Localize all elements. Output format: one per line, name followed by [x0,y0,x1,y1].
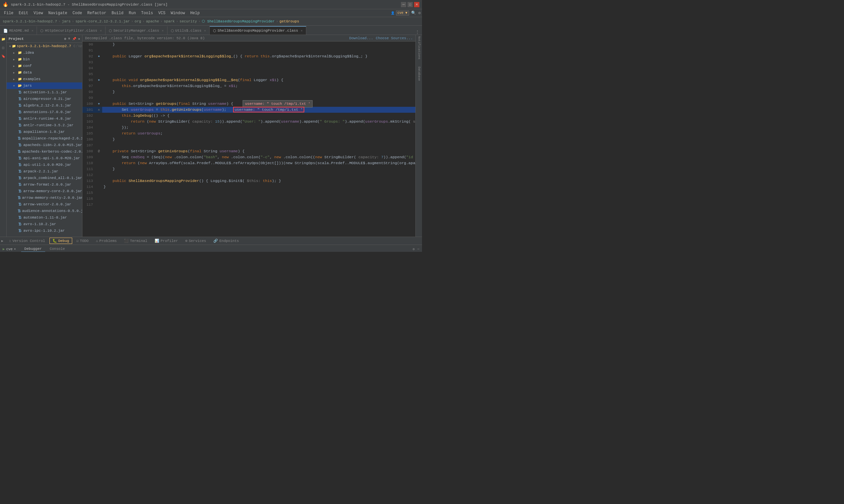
download-link[interactable]: Download... [349,36,373,40]
tab-problems[interactable]: ⚠ Problems [93,238,120,244]
breadcrumb-spark[interactable]: spark [164,19,175,23]
tab-close-securitymanager[interactable]: ✕ [162,29,164,33]
project-collapse[interactable]: ≡ [68,37,70,40]
debug-minimize[interactable]: — [417,247,419,251]
tab-todo[interactable]: ☑ TODO [73,238,92,244]
breadcrumb-security[interactable]: security [180,19,197,23]
tree-audience[interactable]: 🗜 audience-annotations-0.5.0.jar [6,208,82,214]
tab-readme[interactable]: 📄 README.md ✕ [0,26,37,35]
debug-settings[interactable]: ⚙ [413,247,415,251]
debug-close[interactable]: ✕ [14,247,16,251]
tab-profiler[interactable]: 📊 Profiler [152,238,181,244]
breadcrumb-jar[interactable]: spark-core_2.12-3.2.1.jar [75,19,130,23]
tree-antlr4[interactable]: 🗜 antlr4-runtime-4.8.jar [6,115,82,122]
tab-debug[interactable]: 🐛 Debug [50,238,72,244]
tree-arpack[interactable]: 🗜 arpack-2.2.1.jar [6,168,82,175]
tree-algebra[interactable]: 🗜 algebra_2.12-2.0.1.jar [6,102,82,109]
tree-apacheds-i18n[interactable]: 🗜 apacheds-i18n-2.0.0-M15.jar [6,142,82,148]
tab-version-control[interactable]: ↕ Version Control [6,238,48,244]
tree-aopalliance-rep[interactable]: 🗜 aopalliance-repackaged-2.6.1.jar [6,135,82,142]
tab-terminal[interactable]: ⬛ Terminal [121,238,150,244]
tree-data[interactable]: ▶ 📁 data [6,69,82,76]
bookmarks-icon[interactable]: 🔖 [0,53,6,59]
avatar-icon[interactable]: 👤 [391,11,395,15]
breadcrumb-apache[interactable]: apache [146,19,159,23]
tree-idea[interactable]: ▶ 📁 .idea [6,50,82,56]
tab-close-utils[interactable]: ✕ [204,29,206,33]
project-close[interactable]: ✕ [78,37,80,41]
code-editor-area: Decompiled .class file, bytecode version… [83,35,415,237]
debug-session-name: cve [6,247,13,251]
database-icon[interactable]: Database [416,64,422,84]
maximize-button[interactable]: □ [408,2,413,7]
breadcrumb-class[interactable]: ⬡ ShellBasedGroupsMappingProvider [202,19,275,23]
tree-annotations[interactable]: 🗜 annotations-17.0.0.jar [6,109,82,115]
minimize-button[interactable]: ─ [401,2,406,7]
tree-arrow-memory-netty[interactable]: 🗜 arrow-memory-netty-2.0.0.jar [6,195,82,201]
tab-close-readme[interactable]: ✕ [31,29,33,33]
breadcrumb-root[interactable]: spark-3.2.1-bin-hadoop2.7 [3,19,57,23]
tree-automaton[interactable]: 🗜 automaton-1.11-8.jar [6,214,82,221]
choose-sources-link[interactable]: Choose Sources... [376,36,413,40]
title-bar: 🔥 spark-3.2.1-bin-hadoop2.7 - ShellBased… [0,0,422,9]
breadcrumb-method[interactable]: getGroups [280,19,299,23]
tree-avro[interactable]: 🗜 avro-1.10.2.jar [6,221,82,228]
tree-avro-ipc[interactable]: 🗜 avro-ipc-1.10.2.jar [6,228,82,234]
tab-close-httpsecurity[interactable]: ✕ [100,29,102,33]
tree-examples[interactable]: ▶ 📁 examples [6,76,82,83]
tree-jars[interactable]: ▼ 📂 jars [6,83,82,89]
menu-view[interactable]: View [31,10,46,16]
tab-close-shellbased[interactable]: ✕ [301,29,303,33]
menu-window[interactable]: Window [168,10,187,16]
code-line-117: 117 [83,202,415,208]
structure-icon[interactable]: ◫ [0,45,6,51]
run-icon[interactable]: ▶ [1,239,3,243]
code-line-93: 93 [83,59,415,65]
tree-aopalliance[interactable]: 🗜 aopalliance-1.0.jar [6,129,82,135]
tree-aircompressor[interactable]: 🗜 aircompressor-0.21.jar [6,95,82,102]
tab-endpoints[interactable]: 🔗 Endpoints [210,238,242,244]
tab-securitymanager[interactable]: ⬡ SecurityManager.class ✕ [106,26,167,35]
debug-tab-console[interactable]: Console [47,246,68,252]
tab-shellbased[interactable]: ⬡ ShellBasedGroupsMappingProvider.class … [210,26,306,35]
project-settings[interactable]: ⚙ [64,37,66,41]
tree-arrow-format[interactable]: 🗜 arrow-format-2.0.0.jar [6,181,82,188]
menu-file[interactable]: File [1,10,16,16]
menu-code[interactable]: Code [70,10,85,16]
tab-httpsecurity[interactable]: ⬡ HttpSecurityFilter.class ✕ [37,26,105,35]
menu-vcs[interactable]: VCS [156,10,168,16]
menu-refactor[interactable]: Refactor [85,10,109,16]
close-button[interactable]: ✕ [414,2,419,7]
tree-arpack-combined[interactable]: 🗜 arpack_combined_all-0.1.jar [6,175,82,181]
code-line-105: 105 return userGroups; [83,130,415,137]
menu-edit[interactable]: Edit [16,10,31,16]
tree-api-util[interactable]: 🗜 api-util-1.0.0-M20.jar [6,162,82,168]
code-line-90: 90 } [83,41,415,48]
tab-services[interactable]: ⚙ Services [182,238,209,244]
tree-activation[interactable]: 🗜 activation-1.1.1.jar [6,89,82,95]
tab-more-button[interactable]: ⋮ [413,30,422,35]
tree-root[interactable]: ▼ 📁 spark-3.2.1-bin-hadoop2.7 C:\Users\q… [6,43,82,50]
tree-bin[interactable]: ▶ 📁 bin [6,56,82,62]
menu-tools[interactable]: Tools [139,10,156,16]
project-icon[interactable]: 📁 [0,36,6,42]
tree-arrow-memory-core[interactable]: 🗜 arrow-memory-core-2.0.0.jar [6,188,82,195]
tree-conf[interactable]: ▶ 📁 conf [6,62,82,69]
tree-apacheds-kerberos[interactable]: 🗜 apacheds-kerberos-codec-2.0.0-M15.jar [6,148,82,155]
menu-build[interactable]: Build [109,10,126,16]
tree-antlr[interactable]: 🗜 antlr-runtime-3.5.2.jar [6,122,82,129]
code-line-100: 100 ◆ public Set<String> getGroups(final… [83,101,415,107]
title-bar-controls: ─ □ ✕ [401,2,419,7]
menu-navigate[interactable]: Navigate [46,10,70,16]
breadcrumb-org[interactable]: org [134,19,141,23]
tab-utils[interactable]: ⬡ Utils$.class ✕ [167,26,210,35]
notifications-icon[interactable]: Notifications [416,36,422,59]
debug-tab-debugger[interactable]: Debugger [21,246,45,252]
tree-arrow-vector[interactable]: 🗜 arrow-vector-2.0.0.jar [6,201,82,208]
cve-badge[interactable]: cve ▼ [396,11,409,16]
tree-api-asn1[interactable]: 🗜 api-asn1-api-1.0.0-M20.jar [6,155,82,162]
menu-run[interactable]: Run [126,10,139,16]
project-pin[interactable]: 📌 [72,37,76,41]
menu-help[interactable]: Help [187,10,202,16]
breadcrumb-jars[interactable]: jars [62,19,71,23]
